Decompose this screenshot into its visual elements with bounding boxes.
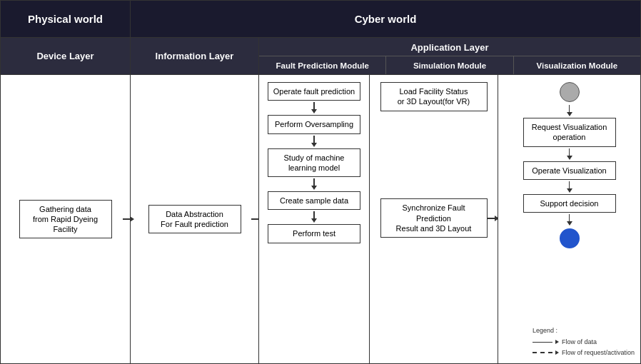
synchronize-box: Synchronize Fault Prediction Result and … bbox=[380, 198, 488, 238]
operate-fault-box: Operate fault prediction bbox=[268, 82, 360, 101]
fault-prediction-column: Operate fault prediction Perform Oversam… bbox=[259, 75, 370, 363]
start-circle bbox=[560, 82, 580, 102]
visualization-column: Request Visualization operation Operate … bbox=[498, 75, 640, 363]
simulation-module-label: Simulation Module bbox=[386, 56, 513, 74]
subheader-row: Device Layer Information Layer Applicati… bbox=[1, 38, 640, 75]
perform-test-box: Perform test bbox=[268, 224, 360, 243]
arrow-icon bbox=[555, 340, 559, 344]
arrow2 bbox=[311, 136, 317, 147]
legend-flow-request: Flow of request/activation bbox=[533, 348, 635, 358]
device-layer-header: Device Layer bbox=[1, 38, 131, 74]
simulation-column: Load Facility Status or 3D Layout(for VR… bbox=[370, 75, 498, 363]
legend: Legend : Flow of data Flow of request/ac… bbox=[533, 325, 635, 358]
load-facility-box: Load Facility Status or 3D Layout(for VR… bbox=[380, 82, 488, 111]
modules-row: Fault Prediction Module Simulation Modul… bbox=[259, 56, 640, 74]
data-abstraction-box: Data Abstraction For Fault prediction bbox=[148, 205, 241, 234]
vis-arrow1 bbox=[567, 105, 572, 116]
info-column: Data Abstraction For Fault prediction bbox=[131, 75, 259, 363]
create-sample-box: Create sample data bbox=[268, 191, 360, 210]
solid-line-icon bbox=[533, 342, 552, 343]
arrow4 bbox=[311, 211, 317, 223]
header-row: Physical world Cyber world bbox=[1, 1, 640, 38]
physical-world-header: Physical world bbox=[1, 1, 131, 37]
vis-flow: Request Visualization operation Operate … bbox=[504, 82, 635, 248]
request-visualization-box: Request Visualization operation bbox=[523, 118, 616, 147]
gathering-data-box: Gathering data from Rapid Dyeing Facilit… bbox=[19, 200, 112, 239]
dashed-line-icon bbox=[533, 352, 552, 353]
content-row: Gathering data from Rapid Dyeing Facilit… bbox=[1, 75, 640, 363]
end-circle bbox=[560, 228, 580, 248]
application-layer-header: Application Layer Fault Prediction Modul… bbox=[259, 38, 640, 74]
fault-prediction-module-label: Fault Prediction Module bbox=[259, 56, 386, 74]
device-column: Gathering data from Rapid Dyeing Facilit… bbox=[1, 75, 131, 363]
perform-oversampling-box: Perform Oversampling bbox=[268, 115, 360, 133]
sim-to-vis-arrow bbox=[488, 216, 499, 221]
study-ml-box: Study of machine learning model bbox=[268, 148, 360, 178]
dashed-arrow-icon bbox=[555, 350, 559, 355]
legend-flow-data: Flow of data bbox=[533, 337, 635, 347]
vis-arrow4 bbox=[567, 214, 572, 226]
diagram: Physical world Cyber world Device Layer … bbox=[0, 0, 641, 364]
cyber-world-header: Cyber world bbox=[131, 1, 640, 37]
support-decision-box: Support decision bbox=[523, 194, 616, 213]
information-layer-header: Information Layer bbox=[131, 38, 259, 74]
operate-visualization-box: Operate Visualization bbox=[523, 161, 616, 180]
arrow3 bbox=[311, 178, 317, 190]
arrow1 bbox=[311, 102, 317, 113]
application-layer-title: Application Layer bbox=[259, 38, 640, 56]
device-to-info-arrow bbox=[123, 216, 134, 222]
vis-arrow2 bbox=[567, 148, 572, 160]
vis-arrow3 bbox=[567, 181, 572, 193]
visualization-module-label: Visualization Module bbox=[514, 56, 640, 74]
